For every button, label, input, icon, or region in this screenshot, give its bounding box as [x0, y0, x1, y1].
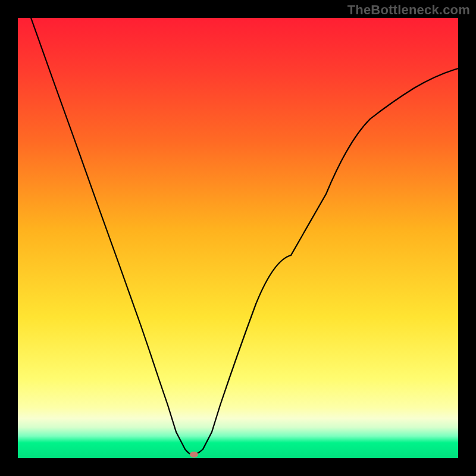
watermark-text: TheBottleneck.com	[347, 2, 470, 18]
min-marker	[190, 452, 198, 458]
curve-layer	[18, 18, 458, 458]
v-curve-path	[31, 18, 458, 455]
plot-area	[18, 18, 458, 458]
chart-frame: TheBottleneck.com	[0, 0, 476, 476]
